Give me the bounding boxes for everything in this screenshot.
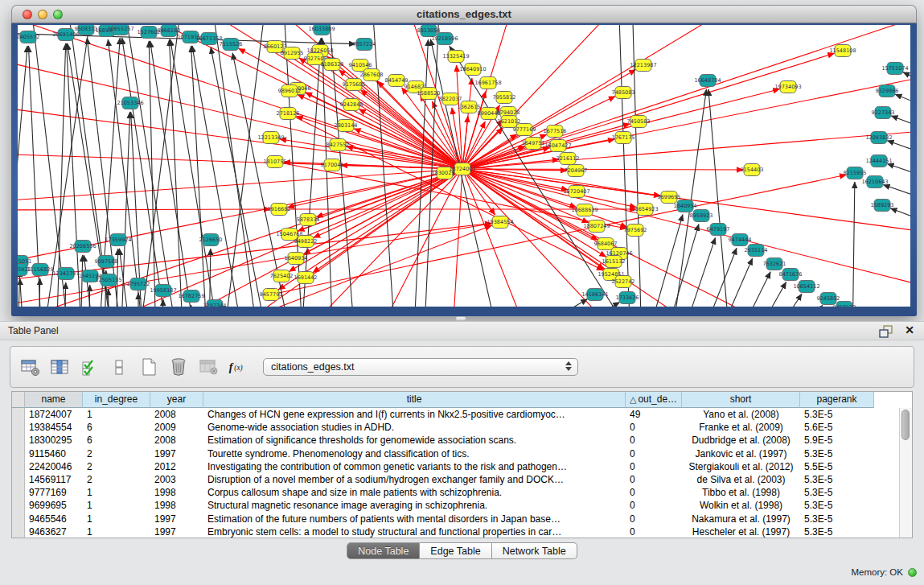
graph-node-label: 2718126 <box>277 110 300 117</box>
cell-title: Embryonic stem cells: a model to study s… <box>203 525 626 538</box>
cell-year: 1997 <box>150 513 203 525</box>
cell-year: 2008 <box>150 408 203 421</box>
graph-node-label: 1649751 <box>522 140 545 146</box>
graph-edge-black <box>149 41 156 307</box>
table-row[interactable]: 2242004622012Investigating the contribut… <box>12 460 912 473</box>
table-row[interactable]: 946362711997Embryonic stem cells: a mode… <box>12 525 912 538</box>
memory-ok-indicator <box>908 568 917 577</box>
graph-edge-black <box>767 294 802 307</box>
graph-node-label: 19958187 <box>150 287 176 294</box>
column-header-short[interactable]: short <box>682 392 800 408</box>
minimize-window-button[interactable] <box>38 10 47 19</box>
network-view-window: citations_edges.txt 24055722069140695083… <box>11 5 917 316</box>
status-bar: Memory: OK <box>851 567 917 577</box>
node-table: namein_degreeyeartitle△out_de…shortpager… <box>11 391 913 538</box>
cell-in_degree: 2 <box>83 473 150 486</box>
graph-node-label: 8822037 <box>439 96 462 102</box>
table-mode-icon[interactable] <box>18 356 41 377</box>
close-panel-icon[interactable]: ✕ <box>905 323 914 336</box>
table-type-tabs: Node TableEdge TableNetwork Table <box>0 542 924 559</box>
delete-table-disabled-icon <box>197 356 220 377</box>
table-row[interactable]: 977716911998Corpus callosum shape and si… <box>12 486 912 499</box>
close-window-button[interactable] <box>23 10 32 19</box>
graph-node-label: 3216112 <box>556 155 580 162</box>
select-all-icon[interactable] <box>78 356 101 377</box>
zoom-window-button[interactable] <box>53 10 63 19</box>
table-row[interactable]: 1830029562008Estimation of significance … <box>12 434 912 447</box>
column-header-pagerank[interactable]: pagerank <box>800 392 874 408</box>
graph-node-label: 1810755 <box>264 159 287 165</box>
table-row[interactable]: 1456911722003Disruption of a novel membe… <box>12 473 912 486</box>
table-selector-dropdown[interactable]: citations_edges.txt <box>263 358 578 376</box>
graph-edge-black <box>170 39 183 307</box>
cell-name: 22420046 <box>25 460 83 473</box>
row-gutter <box>12 434 25 447</box>
column-header-out_de[interactable]: △out_de… <box>626 392 682 408</box>
svg-text:(x): (x) <box>234 363 242 372</box>
graph-node-label: 1840954 <box>674 203 697 209</box>
graph-edge-red <box>462 169 910 290</box>
graph-edge-black <box>903 72 910 91</box>
table-scrollbar-thumb[interactable] <box>901 410 910 440</box>
table-row[interactable]: 969969511998Structural magnetic resonanc… <box>12 499 912 512</box>
graph-node-label: 20206556 <box>69 243 96 249</box>
clear-selection-icon[interactable] <box>108 356 130 377</box>
cell-pagerank: 5.3E-5 <box>800 447 874 460</box>
cell-name: 9777169 <box>25 486 83 499</box>
tab-node-table[interactable]: Node Table <box>347 542 420 559</box>
graph-node-label: 16648784 <box>694 77 721 84</box>
graph-node-label: 9457791 <box>260 291 283 298</box>
cell-short: Wolkin et al. (1998) <box>682 499 800 512</box>
cell-short: Hescheler et al. (1997) <box>682 525 800 538</box>
graph-edge-red <box>462 169 814 307</box>
tab-network-table[interactable]: Network Table <box>492 542 577 559</box>
graph-edge-black <box>122 25 179 307</box>
cell-in_degree: 2 <box>83 447 150 460</box>
memory-status-label: Memory: OK <box>851 567 903 577</box>
cell-title: Estimation of significance thresholds fo… <box>203 434 626 447</box>
cell-name: 9699695 <box>25 499 83 512</box>
column-header-name[interactable]: name <box>25 392 83 408</box>
graph-node-label: 19218596 <box>431 35 458 42</box>
column-header-year[interactable]: year <box>150 392 203 408</box>
cell-pagerank: 5.3E-5 <box>800 473 874 486</box>
cell-pagerank: 5.5E-5 <box>800 460 874 473</box>
show-columns-icon[interactable] <box>48 356 71 377</box>
graph-node-label: 9170041 <box>321 162 344 168</box>
table-scrollbar[interactable] <box>899 408 912 538</box>
delete-table-icon[interactable] <box>167 356 190 377</box>
column-header-in_degree[interactable]: in_degree <box>83 392 150 408</box>
graph-node-label: 1733426 <box>616 295 639 301</box>
cell-in_degree: 1 <box>83 408 150 421</box>
graph-node-label: 1615132 <box>602 258 626 265</box>
network-graph-canvas[interactable]: 2405572206914069508311168939110655257152… <box>18 25 910 307</box>
graph-node-label: 12213349 <box>257 134 284 141</box>
cell-name: 18724007 <box>25 408 83 421</box>
graph-node-label: 5878334 <box>297 216 320 223</box>
graph-edge-black <box>645 215 683 307</box>
cell-year: 1998 <box>150 499 203 512</box>
network-window-title: citations_edges.txt <box>12 6 916 23</box>
table-row[interactable]: 946554611997Estimation of the future num… <box>12 513 912 525</box>
table-row[interactable]: 1872400712008Changes of HCN gene express… <box>12 408 912 421</box>
function-builder-icon[interactable]: f(x) <box>227 356 249 377</box>
graph-node-label: 10655257 <box>107 26 133 32</box>
float-panel-icon[interactable] <box>877 324 893 339</box>
network-window-titlebar[interactable]: citations_edges.txt <box>11 5 917 23</box>
graph-node-label: 12093832 <box>865 134 892 141</box>
cell-pagerank: 5.9E-5 <box>800 434 874 447</box>
cell-out_de: 0 <box>626 434 682 447</box>
graph-node-label: 1621012 <box>498 118 521 125</box>
graph-node-label: 16782759 <box>178 293 204 299</box>
tab-edge-table[interactable]: Edge Table <box>420 542 491 559</box>
table-row[interactable]: 911546021997Tourette syndrome. Phenomeno… <box>12 447 912 460</box>
cell-year: 2009 <box>150 421 203 434</box>
graph-node-label: 1292344 <box>203 303 227 307</box>
graph-edge-red <box>452 169 462 307</box>
graph-node-label: 9154403 <box>741 167 764 173</box>
table-row[interactable]: 1938455462009Genome-wide association stu… <box>12 421 912 434</box>
column-header-title[interactable]: title <box>203 392 626 408</box>
table-body: 1872400712008Changes of HCN gene express… <box>12 408 912 538</box>
create-table-icon[interactable] <box>138 356 160 377</box>
cell-title: Disruption of a novel member of a sodium… <box>203 473 626 486</box>
